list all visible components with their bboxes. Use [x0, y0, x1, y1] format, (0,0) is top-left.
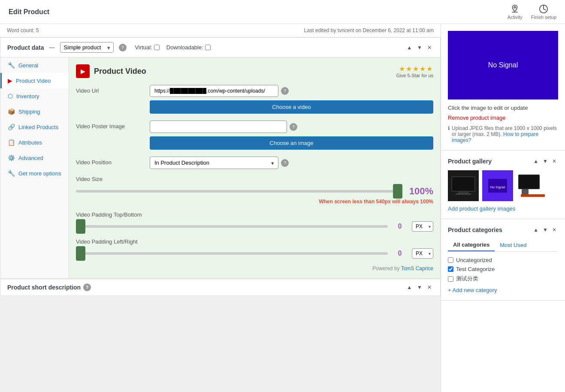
sidebar-item-general[interactable]: 🔧 General [0, 57, 69, 73]
video-position-help[interactable]: ? [281, 159, 289, 167]
video-padding-lr-slider[interactable] [76, 252, 388, 255]
product-data-section: Product data — Simple product ? Virtual:… [0, 37, 441, 279]
padding-tb-unit-select[interactable]: PX EM % [412, 221, 433, 232]
gallery-up-btn[interactable]: ▲ [532, 157, 540, 165]
gallery-collapse-btns: ▲ ▼ ✕ [532, 157, 558, 165]
downloadable-label[interactable]: Downloadable: [166, 44, 211, 51]
tab-most-used[interactable]: Most Used [495, 239, 532, 251]
svg-rect-12 [519, 175, 539, 188]
video-poster-input[interactable] [150, 121, 287, 133]
padding-lr-unit-wrapper: PX EM % [412, 248, 433, 259]
short-desc-header: Product short description ? ▲ ▼ ✕ [0, 279, 440, 296]
categories-down-btn[interactable]: ▼ [541, 226, 550, 234]
url-row: ? [150, 85, 433, 97]
video-poster-label: Video Poster Image [76, 121, 145, 130]
video-size-section: Video Size 100% When screen less than 54… [76, 176, 433, 205]
right-sidebar: No Signal Click the image to edit or upd… [441, 24, 565, 392]
general-icon: 🔧 [8, 62, 15, 69]
short-desc-down-btn[interactable]: ▼ [415, 283, 424, 291]
product-type-wrapper: Simple product [60, 42, 114, 53]
choose-video-button[interactable]: Choose a video [150, 100, 433, 114]
video-padding-lr-value: 0 [391, 250, 408, 257]
gallery-down-btn[interactable]: ▼ [541, 157, 550, 165]
sidebar-item-advanced[interactable]: ⚙️ Advanced [0, 150, 69, 166]
cat-item-chinese[interactable]: 测试分类 [448, 275, 558, 283]
svg-rect-5 [458, 192, 468, 193]
last-edited: Last edited by tvncent on December 6, 20… [304, 27, 434, 33]
gallery-close-btn[interactable]: ✕ [550, 157, 558, 165]
padding-lr-unit-select[interactable]: PX EM % [412, 248, 433, 259]
add-gallery-link[interactable]: Add product gallery images [448, 205, 558, 212]
video-url-label: Video Url [76, 85, 145, 94]
svg-rect-6 [456, 193, 471, 195]
product-type-select[interactable]: Simple product [60, 42, 114, 53]
word-count-bar: Word count: 5 Last edited by tvncent on … [0, 24, 441, 37]
gallery-img-2-svg: No Signal [482, 170, 513, 201]
finish-setup-label: Finish setup [531, 15, 556, 20]
finish-setup-button[interactable]: Finish setup [531, 4, 556, 20]
gallery-img-1-svg [448, 170, 479, 201]
page-title: Edit Product [9, 8, 49, 16]
video-url-input[interactable] [150, 85, 278, 97]
sidebar-item-product-video[interactable]: ▶ Product Video [0, 73, 69, 88]
cat-item-uncategorized[interactable]: Uncategorized [448, 257, 558, 263]
choose-image-button[interactable]: Choose an image [150, 136, 433, 150]
short-desc-close-btn[interactable]: ✕ [426, 283, 433, 291]
sidebar-item-linked-products[interactable]: 🔗 Linked Products [0, 119, 69, 135]
video-padding-tb-label: Video Padding Top/Bottom [76, 211, 433, 218]
svg-text:No Signal: No Signal [490, 185, 505, 189]
video-padding-tb-slider-container [76, 225, 388, 228]
collapse-close-btn[interactable]: ✕ [426, 44, 433, 51]
sidebar-item-attributes-label: Attributes [18, 139, 42, 146]
cat-checkbox-uncategorized[interactable] [448, 257, 453, 263]
gallery-thumb-3[interactable] [517, 170, 547, 201]
categories-title: Product categories [448, 226, 502, 233]
video-url-help[interactable]: ? [281, 87, 289, 95]
downloadable-checkbox[interactable] [205, 45, 211, 50]
video-padding-lr-label: Video Padding Left/Right [76, 238, 433, 245]
gallery-images: No Signal [448, 170, 558, 201]
poster-url-row: ? [150, 121, 433, 133]
image-caption: Click the image to edit or update [448, 105, 558, 111]
gallery-section-header: Product gallery ▲ ▼ ✕ [448, 157, 558, 165]
sidebar-item-linked-products-label: Linked Products [18, 124, 58, 130]
short-desc-up-btn[interactable]: ▲ [405, 283, 414, 291]
categories-close-btn[interactable]: ✕ [550, 226, 558, 234]
video-size-slider[interactable] [76, 190, 402, 193]
video-position-select[interactable]: In Product Description Before Descriptio… [150, 157, 278, 169]
gallery-thumb-2[interactable]: No Signal [482, 170, 513, 201]
categories-collapse-btns: ▲ ▼ ✕ [532, 226, 558, 234]
activity-button[interactable]: Activity [508, 4, 523, 20]
virtual-checkbox[interactable] [154, 45, 160, 50]
svg-rect-4 [452, 177, 474, 191]
gallery-thumb-1[interactable] [448, 170, 479, 201]
cat-checkbox-chinese[interactable] [448, 276, 453, 282]
product-image-preview[interactable]: No Signal [448, 31, 558, 100]
video-size-hint: When screen less than 540px will always … [76, 199, 433, 205]
sidebar-item-shipping[interactable]: 📦 Shipping [0, 104, 69, 119]
video-padding-tb-slider[interactable] [76, 225, 388, 228]
content-area: Word count: 5 Last edited by tvncent on … [0, 24, 441, 392]
product-type-help[interactable]: ? [119, 44, 127, 51]
sidebar-item-get-more-options[interactable]: 🔧 Get more options [0, 166, 69, 181]
remove-product-image-link[interactable]: Remove product image [448, 115, 558, 121]
video-url-row: Video Url ? Choose a video [76, 85, 433, 114]
virtual-download: Virtual: Downloadable: [135, 44, 211, 51]
sidebar-item-inventory[interactable]: ⬡ Inventory [0, 88, 69, 104]
categories-up-btn[interactable]: ▲ [532, 226, 540, 234]
collapse-down-btn[interactable]: ▼ [415, 44, 424, 51]
tab-all-categories[interactable]: All categories [448, 239, 495, 251]
video-position-controls: In Product Description Before Descriptio… [150, 157, 433, 169]
product-data-header: Product data — Simple product ? Virtual:… [0, 38, 440, 57]
powered-by-link[interactable]: TomS Caprice [401, 265, 433, 271]
svg-rect-13 [522, 189, 529, 194]
inventory-icon: ⬡ [8, 93, 13, 100]
virtual-label[interactable]: Virtual: [135, 44, 160, 51]
cat-item-test-categorize[interactable]: Test Categorize [448, 266, 558, 272]
collapse-up-btn[interactable]: ▲ [405, 44, 414, 51]
video-poster-help[interactable]: ? [290, 123, 297, 131]
sidebar-item-attributes[interactable]: 📋 Attributes [0, 135, 69, 150]
cat-checkbox-test-categorize[interactable] [448, 266, 453, 272]
add-category-link[interactable]: + Add new category [448, 287, 497, 293]
short-desc-help[interactable]: ? [83, 283, 91, 291]
